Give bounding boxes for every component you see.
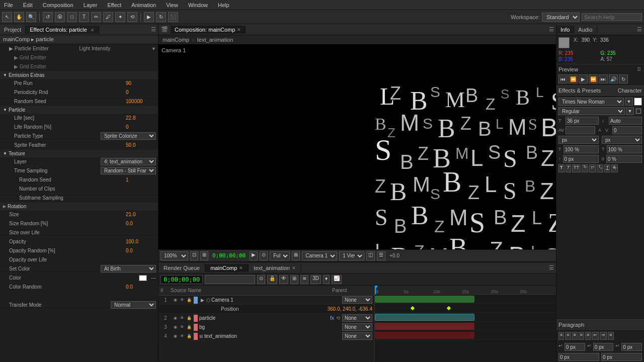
preview-audio-btn[interactable]: 🔊 bbox=[609, 74, 618, 83]
transfer-mode-select[interactable]: Normal bbox=[111, 301, 156, 309]
periodicity-value[interactable]: 0 bbox=[126, 89, 156, 95]
particle-section-header[interactable]: ▼ Particle bbox=[0, 106, 158, 114]
camera-select[interactable]: Camera 1 bbox=[302, 251, 337, 260]
indent-left-input[interactable] bbox=[565, 343, 585, 351]
layer-1-parent-select[interactable]: None bbox=[342, 296, 372, 304]
layer-3-solo[interactable]: ◉ bbox=[172, 324, 178, 330]
tl-graph-btn[interactable]: 📈 bbox=[332, 275, 342, 284]
rtl-btn[interactable]: ⇐ bbox=[592, 332, 599, 340]
v-scale-input[interactable] bbox=[607, 145, 642, 153]
align-right-btn[interactable]: ≡ bbox=[572, 332, 578, 340]
preview-last-btn[interactable]: ⏭ bbox=[599, 74, 608, 83]
layer-3-lock[interactable]: 🔒 bbox=[186, 324, 192, 330]
tl-playhead[interactable] bbox=[375, 286, 376, 294]
smallcaps-btn[interactable]: Tc bbox=[582, 164, 588, 172]
layer-1-expand[interactable]: ▶ bbox=[199, 297, 205, 303]
set-color-select[interactable]: At Birth bbox=[101, 265, 156, 273]
font-style-select[interactable]: Regular bbox=[558, 107, 625, 115]
life-value[interactable]: 22.8 bbox=[126, 115, 156, 121]
menu-window[interactable]: Window bbox=[186, 2, 210, 8]
close-maincomp[interactable]: ✕ bbox=[237, 27, 241, 32]
tool5[interactable]: ✏ bbox=[91, 12, 101, 22]
menu-edit[interactable]: Edit bbox=[21, 2, 35, 8]
snap-btn[interactable]: ⊙ bbox=[260, 251, 268, 260]
track-bar-1[interactable] bbox=[375, 296, 474, 303]
tool7[interactable]: ✦ bbox=[115, 12, 125, 22]
sprite-feather-value[interactable]: 50.0 bbox=[126, 142, 156, 148]
super-btn[interactable]: Ts bbox=[589, 164, 596, 172]
kerning-input[interactable] bbox=[612, 126, 642, 134]
align-left-btn[interactable]: ≡ bbox=[558, 332, 564, 340]
tab-maincomp[interactable]: mainComp ✕ bbox=[205, 264, 249, 272]
play-btn[interactable]: ▶ bbox=[144, 12, 154, 22]
tool4[interactable]: T bbox=[79, 12, 89, 22]
particle-type-select[interactable]: Sprite Colorize bbox=[101, 132, 156, 140]
menu-composition[interactable]: Composition bbox=[41, 2, 75, 8]
timeline-search[interactable] bbox=[205, 275, 255, 284]
zoom-tool[interactable]: 🔍 bbox=[26, 12, 36, 22]
comp-icon[interactable]: 🎬 bbox=[158, 24, 171, 35]
track-bar-4[interactable] bbox=[375, 332, 474, 339]
toggle-masks[interactable]: ☰ bbox=[377, 251, 385, 260]
stroke-swatch[interactable] bbox=[635, 108, 642, 115]
tab-text-animation[interactable]: text_animation ✕ bbox=[249, 264, 301, 272]
comp-tab-maincomp[interactable]: Composition: mainComp ✕ bbox=[171, 26, 246, 34]
tab-project[interactable]: Project bbox=[0, 26, 26, 34]
prerun-value[interactable]: 90 bbox=[126, 80, 156, 86]
space-before-input[interactable] bbox=[558, 353, 599, 361]
preview-loop-btn[interactable]: ↻ bbox=[619, 74, 628, 83]
tab-render-queue[interactable]: Render Queue bbox=[158, 264, 205, 272]
tl-collapse-btn[interactable]: ⊞ bbox=[290, 275, 298, 284]
play-viewer-btn[interactable]: ▶ bbox=[250, 251, 258, 260]
render-btn[interactable]: ⬛ bbox=[168, 12, 178, 22]
track-bar-2[interactable] bbox=[375, 314, 474, 321]
tab-effect-controls[interactable]: Effect Controls: particle ✕ bbox=[26, 26, 99, 34]
tool3[interactable]: □ bbox=[67, 12, 77, 22]
paragraph-extra-btn[interactable]: ≡ bbox=[608, 332, 613, 340]
layer-2-parent-select[interactable]: None bbox=[342, 314, 372, 322]
layer-3-parent-select[interactable]: None bbox=[342, 323, 372, 331]
justify-btn[interactable]: ≡ bbox=[579, 332, 584, 340]
track-bar-3[interactable] bbox=[375, 323, 474, 330]
menu-file[interactable]: File bbox=[2, 2, 15, 8]
h-scale-input[interactable] bbox=[564, 145, 599, 153]
layer-1-solo[interactable]: ◉ bbox=[172, 297, 178, 303]
close-maincomp-tab[interactable]: ✕ bbox=[239, 265, 243, 270]
menu-help[interactable]: Help bbox=[216, 2, 231, 8]
view-select[interactable]: 1 View bbox=[339, 251, 364, 260]
underline-btn[interactable]: T bbox=[604, 164, 610, 172]
tracking-input[interactable] bbox=[566, 126, 595, 134]
random-seed-value[interactable]: 100000 bbox=[126, 99, 156, 104]
search-help-input[interactable] bbox=[582, 13, 642, 21]
right-panel-menu[interactable]: ☰ bbox=[635, 25, 644, 34]
rotate-tool[interactable]: ↺ bbox=[43, 12, 53, 22]
layer-1-eye[interactable]: 👁 bbox=[179, 297, 185, 303]
color-random-value[interactable]: 0.0 bbox=[126, 284, 156, 290]
loop-btn[interactable]: ↻ bbox=[156, 12, 166, 22]
indent-right-input[interactable] bbox=[593, 343, 614, 351]
texture-layer-select[interactable]: 4: text_animation bbox=[101, 158, 156, 165]
workspace-select[interactable]: Standard bbox=[542, 13, 580, 22]
hand-tool[interactable]: ✋ bbox=[14, 12, 24, 22]
layer-2-lock[interactable]: 🔒 bbox=[186, 315, 192, 321]
layer-4-lock[interactable]: 🔒 bbox=[186, 333, 192, 339]
random-seed-tex-value[interactable]: 1 bbox=[126, 177, 156, 183]
allcaps-btn[interactable]: TT bbox=[572, 164, 581, 172]
menu-view[interactable]: View bbox=[164, 2, 180, 8]
preview-next-btn[interactable]: ⏩ bbox=[589, 74, 598, 83]
layer-4-eye[interactable]: 👁 bbox=[179, 333, 185, 339]
font-style-picker-btn[interactable]: ▼ bbox=[626, 107, 634, 115]
emission-extras-header[interactable]: ▼ Emission Extras bbox=[0, 71, 158, 79]
tl-3d-btn[interactable]: 3D bbox=[310, 275, 321, 284]
leading-input[interactable] bbox=[609, 117, 642, 125]
tool6[interactable]: 🖊 bbox=[103, 12, 113, 22]
texture-section-header[interactable]: ▼ Texture bbox=[0, 150, 158, 157]
preview-prev-btn[interactable]: ⏪ bbox=[569, 74, 578, 83]
zoom-select[interactable]: 100% bbox=[160, 251, 188, 260]
indent-first-input[interactable] bbox=[621, 343, 642, 351]
rotation-section-header[interactable]: ▶ Rotation bbox=[0, 203, 158, 210]
bold-btn[interactable]: T bbox=[558, 164, 565, 172]
camera-orbit-tool[interactable]: ⦿ bbox=[55, 12, 65, 22]
fit-btn[interactable]: ⊡ bbox=[190, 251, 198, 260]
preview-play-btn[interactable]: ▶ bbox=[579, 74, 588, 83]
